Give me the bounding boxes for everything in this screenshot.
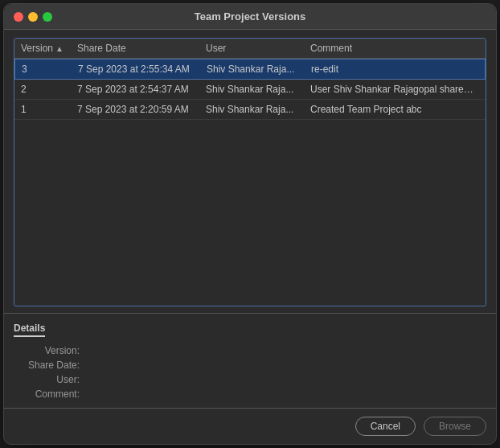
table-body: 3 7 Sep 2023 at 2:55:34 AM Shiv Shankar … bbox=[14, 59, 486, 306]
browse-button[interactable]: Browse bbox=[424, 417, 486, 436]
main-window: Team Project Versions Version ▲ Share Da… bbox=[3, 3, 497, 445]
table-header: Version ▲ Share Date User Comment bbox=[14, 39, 486, 59]
button-row: Cancel Browse bbox=[4, 409, 496, 444]
cell-version: 2 bbox=[21, 84, 77, 95]
detail-label-comment: Comment: bbox=[22, 388, 86, 400]
cell-user: Shiv Shankar Raja... bbox=[206, 104, 310, 115]
sort-arrow-icon: ▲ bbox=[55, 44, 64, 53]
window-title: Team Project Versions bbox=[195, 10, 306, 23]
main-content: Version ▲ Share Date User Comment 3 7 Se… bbox=[4, 30, 496, 313]
detail-value-comment bbox=[86, 388, 486, 400]
cell-share-date: 7 Sep 2023 at 2:54:37 AM bbox=[77, 84, 206, 95]
col-share-date[interactable]: Share Date bbox=[77, 43, 206, 54]
cell-version: 3 bbox=[22, 64, 78, 75]
close-button[interactable] bbox=[14, 12, 23, 22]
cancel-button[interactable]: Cancel bbox=[355, 417, 416, 436]
traffic-lights bbox=[14, 12, 52, 22]
minimize-button[interactable] bbox=[28, 12, 38, 22]
title-bar: Team Project Versions bbox=[4, 4, 496, 30]
details-section: Details Version: Share Date: User: Comme… bbox=[4, 313, 496, 408]
col-user[interactable]: User bbox=[206, 43, 310, 54]
col-version[interactable]: Version ▲ bbox=[21, 43, 77, 54]
detail-value-share-date bbox=[86, 360, 486, 371]
details-tab[interactable]: Details bbox=[14, 323, 45, 337]
details-grid: Version: Share Date: User: Comment: bbox=[14, 345, 486, 400]
versions-table[interactable]: Version ▲ Share Date User Comment 3 7 Se… bbox=[14, 38, 486, 306]
detail-value-user bbox=[86, 374, 486, 385]
cell-comment: Created Team Project abc bbox=[310, 104, 479, 115]
maximize-button[interactable] bbox=[43, 12, 52, 22]
detail-label-version: Version: bbox=[22, 345, 86, 356]
col-comment[interactable]: Comment bbox=[310, 43, 479, 54]
cell-user: Shiv Shankar Raja... bbox=[207, 64, 311, 75]
cell-share-date: 7 Sep 2023 at 2:55:34 AM bbox=[78, 64, 207, 75]
cell-share-date: 7 Sep 2023 at 2:20:59 AM bbox=[77, 104, 206, 115]
detail-value-version bbox=[86, 345, 486, 356]
cell-comment: User Shiv Shankar Rajagopal shared chan.… bbox=[310, 84, 479, 95]
cell-user: Shiv Shankar Raja... bbox=[206, 84, 310, 95]
cell-comment: re-edit bbox=[311, 64, 478, 75]
table-row[interactable]: 1 7 Sep 2023 at 2:20:59 AM Shiv Shankar … bbox=[14, 100, 486, 120]
detail-label-user: User: bbox=[22, 374, 86, 385]
table-row[interactable]: 2 7 Sep 2023 at 2:54:37 AM Shiv Shankar … bbox=[14, 80, 486, 100]
table-row[interactable]: 3 7 Sep 2023 at 2:55:34 AM Shiv Shankar … bbox=[14, 59, 486, 80]
detail-label-share-date: Share Date: bbox=[22, 360, 86, 371]
cell-version: 1 bbox=[21, 104, 77, 115]
